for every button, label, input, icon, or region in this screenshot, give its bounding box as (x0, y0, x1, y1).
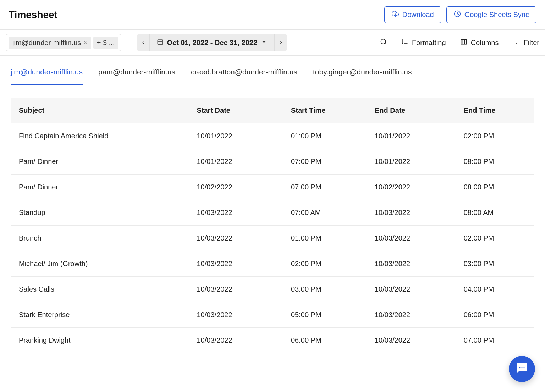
cell-end-date: 10/03/2022 (367, 226, 456, 251)
cell-start-time: 07:00 AM (283, 200, 367, 226)
download-button[interactable]: Download (384, 6, 441, 23)
columns-label: Columns (471, 39, 499, 47)
table-row[interactable]: Michael/ Jim (Growth)10/03/202202:00 PM1… (11, 251, 534, 277)
cell-subject: Sales Calls (11, 277, 189, 302)
filter-chip-email-label: jim@dunder-mifflin.us (12, 39, 81, 47)
svg-rect-13 (404, 43, 408, 44)
cell-end-time: 08:00 AM (456, 200, 534, 226)
date-prev-button[interactable] (137, 34, 150, 51)
filter-button[interactable]: Filter (513, 38, 539, 47)
cell-start-date: 10/01/2022 (189, 123, 283, 149)
cell-subject: Standup (11, 200, 189, 226)
date-range-label: Oct 01, 2022 - Dec 31, 2022 (167, 39, 257, 47)
columns-icon (460, 38, 467, 47)
table-row[interactable]: Stark Enterprise10/03/202205:00 PM10/03/… (11, 302, 534, 328)
cell-subject: Stark Enterprise (11, 302, 189, 328)
cell-start-date: 10/03/2022 (189, 277, 283, 302)
cell-end-time: 08:00 PM (456, 149, 534, 175)
col-start-time-header[interactable]: Start Time (283, 98, 367, 123)
cell-start-date: 10/03/2022 (189, 328, 283, 353)
col-subject-header[interactable]: Subject (11, 98, 189, 123)
svg-rect-1 (158, 40, 163, 45)
cell-end-date: 10/03/2022 (367, 302, 456, 328)
table-row[interactable]: Pam/ Dinner10/02/202207:00 PM10/02/20220… (11, 175, 534, 200)
filter-chip-email[interactable]: jim@dunder-mifflin.us × (9, 37, 91, 49)
table-row[interactable]: Pam/ Dinner10/01/202207:00 PM10/01/20220… (11, 149, 534, 175)
table-row[interactable]: Find Captain America Shield10/01/202201:… (11, 123, 534, 149)
table-header-row: Subject Start Date Start Time End Date E… (11, 98, 534, 123)
cell-subject: Pam/ Dinner (11, 149, 189, 175)
filter-chip-more[interactable]: + 3 ... (93, 37, 119, 49)
formatting-label: Formatting (412, 39, 446, 47)
tabs: jim@dunder-mifflin.uspam@dunder-mifflin.… (0, 59, 545, 85)
cell-start-date: 10/03/2022 (189, 302, 283, 328)
cell-end-date: 10/02/2022 (367, 175, 456, 200)
table-container: Subject Start Date Start Time End Date E… (0, 85, 545, 353)
cell-end-date: 10/03/2022 (367, 277, 456, 302)
cell-start-time: 02:00 PM (283, 251, 367, 277)
cell-subject: Pam/ Dinner (11, 175, 189, 200)
clock-icon (454, 10, 461, 19)
cloud-download-icon (392, 10, 399, 19)
cell-start-date: 10/03/2022 (189, 251, 283, 277)
formatting-button[interactable]: Formatting (401, 38, 446, 47)
columns-button[interactable]: Columns (460, 38, 499, 47)
cell-start-date: 10/03/2022 (189, 226, 283, 251)
cell-end-time: 02:00 PM (456, 123, 534, 149)
cell-end-time: 03:00 PM (456, 251, 534, 277)
table-row[interactable]: Standup10/03/202207:00 AM10/03/202208:00… (11, 200, 534, 226)
col-start-date-header[interactable]: Start Date (189, 98, 283, 123)
search-button[interactable] (380, 38, 387, 47)
svg-line-7 (385, 43, 386, 44)
tab-user-1[interactable]: pam@dunder-mifflin.us (98, 59, 175, 85)
svg-rect-12 (404, 42, 408, 42)
date-range-button[interactable]: Oct 01, 2022 - Dec 31, 2022 (150, 39, 274, 47)
tab-user-3[interactable]: toby.ginger@dunder-mifflin.us (313, 59, 412, 85)
cell-start-date: 10/03/2022 (189, 200, 283, 226)
tab-user-0[interactable]: jim@dunder-mifflin.us (11, 59, 83, 85)
table-row[interactable]: Sales Calls10/03/202203:00 PM10/03/20220… (11, 277, 534, 302)
cell-end-date: 10/03/2022 (367, 200, 456, 226)
svg-point-22 (523, 367, 524, 368)
cell-end-date: 10/01/2022 (367, 123, 456, 149)
close-icon[interactable]: × (84, 39, 88, 46)
filter-icon (513, 38, 520, 47)
table-row[interactable]: Pranking Dwight10/03/202206:00 PM10/03/2… (11, 328, 534, 353)
svg-rect-10 (402, 43, 403, 44)
search-icon (380, 38, 387, 47)
filter-chip-box[interactable]: jim@dunder-mifflin.us × + 3 ... (6, 34, 121, 51)
cell-end-time: 07:00 PM (456, 328, 534, 353)
svg-point-6 (381, 39, 386, 44)
svg-marker-5 (263, 41, 266, 43)
svg-rect-14 (461, 39, 466, 44)
google-sheets-sync-button[interactable]: Google Sheets Sync (446, 6, 536, 23)
download-label: Download (402, 11, 434, 19)
toolbar-right: Formatting Columns Filter (380, 38, 539, 47)
svg-rect-11 (404, 40, 408, 40)
tab-user-2[interactable]: creed.bratton@dunder-mifflin.us (191, 59, 297, 85)
page-header: Timesheet Download Google Sheets Sync (0, 0, 545, 30)
cell-end-date: 10/03/2022 (367, 328, 456, 353)
col-end-time-header[interactable]: End Time (456, 98, 534, 123)
table-row[interactable]: Brunch10/03/202201:00 PM10/03/202202:00 … (11, 226, 534, 251)
cell-end-time: 06:00 PM (456, 302, 534, 328)
toolbar: jim@dunder-mifflin.us × + 3 ... Oct 01, … (0, 30, 545, 56)
col-end-date-header[interactable]: End Date (367, 98, 456, 123)
cell-start-date: 10/01/2022 (189, 149, 283, 175)
svg-rect-8 (402, 39, 403, 40)
chat-icon (516, 362, 528, 376)
filter-label: Filter (524, 39, 539, 47)
cell-start-time: 07:00 PM (283, 175, 367, 200)
cell-subject: Pranking Dwight (11, 328, 189, 353)
cell-end-time: 08:00 PM (456, 175, 534, 200)
chat-launcher-button[interactable] (509, 356, 535, 382)
cell-end-date: 10/03/2022 (367, 251, 456, 277)
cell-end-time: 04:00 PM (456, 277, 534, 302)
date-next-button[interactable] (274, 34, 287, 51)
cell-subject: Michael/ Jim (Growth) (11, 251, 189, 277)
header-actions: Download Google Sheets Sync (384, 6, 536, 23)
calendar-icon (157, 39, 163, 47)
cell-end-time: 02:00 PM (456, 226, 534, 251)
caret-down-icon (261, 39, 267, 47)
formatting-icon (401, 38, 408, 47)
